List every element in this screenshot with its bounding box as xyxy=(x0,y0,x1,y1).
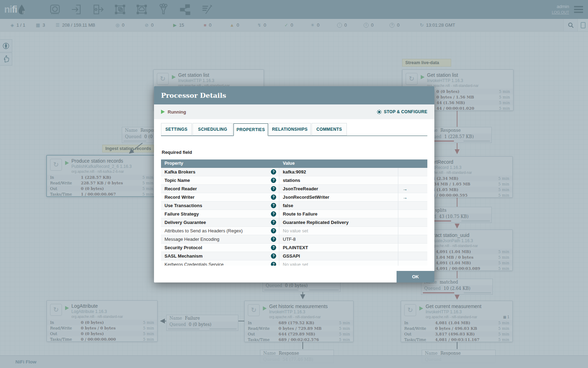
value-column-header: Value xyxy=(279,159,398,168)
stop-and-configure-button[interactable]: STOP & CONFIGURE xyxy=(377,109,427,115)
table-row: Record Reader? JsonTreeReader → xyxy=(161,185,427,193)
properties-table: Property Value Kafka Brokers? kafka:9092… xyxy=(161,159,427,266)
table-row: Attributes to Send as Headers (Regex)? N… xyxy=(161,227,427,235)
properties-table-header: Property Value xyxy=(161,159,427,168)
running-indicator-icon xyxy=(161,110,165,114)
go-to-service-icon[interactable]: → xyxy=(402,195,407,200)
help-icon[interactable]: ? xyxy=(271,237,276,242)
ok-button[interactable]: OK xyxy=(397,271,434,282)
table-row: Security Protocol? PLAINTEXT xyxy=(161,244,427,252)
table-row: Failure Strategy? Route to Failure xyxy=(161,210,427,218)
help-icon[interactable]: ? xyxy=(271,262,276,266)
tab-scheduling[interactable]: SCHEDULING xyxy=(192,123,233,136)
tab-comments[interactable]: COMMENTS xyxy=(312,123,347,136)
dialog-status-row: Running STOP & CONFIGURE xyxy=(154,104,434,119)
table-row: Record Writer? JsonRecordSetWriter → xyxy=(161,193,427,202)
table-row: Kerberos Credentials Service? No value s… xyxy=(161,260,427,266)
help-icon[interactable]: ? xyxy=(271,169,276,175)
nifi-app: nifi admin LOG OUT ◈1 / 1 ▦3 xyxy=(0,0,588,368)
table-row: Delivery Guarantee? Guarantee Replicated… xyxy=(161,218,427,227)
run-status-text: Running xyxy=(168,109,186,115)
help-icon[interactable]: ? xyxy=(271,245,276,250)
required-field-note: Required field xyxy=(162,150,192,155)
table-row: Topic Name? stations xyxy=(161,176,427,185)
tab-relationships[interactable]: RELATIONSHIPS xyxy=(269,123,311,136)
dialog-title: Processor Details xyxy=(161,91,226,99)
processor-details-dialog: Processor Details Running STOP & CONFIGU… xyxy=(154,86,434,282)
table-row: Kafka Brokers? kafka:9092 xyxy=(161,168,427,176)
help-icon[interactable]: ? xyxy=(271,178,276,183)
tab-settings[interactable]: SETTINGS xyxy=(161,123,192,136)
help-icon[interactable]: ? xyxy=(271,211,276,217)
help-icon[interactable]: ? xyxy=(271,195,276,200)
help-icon[interactable]: ? xyxy=(271,253,276,259)
help-icon[interactable]: ? xyxy=(271,228,276,233)
property-column-header: Property xyxy=(161,159,279,168)
go-to-service-icon[interactable]: → xyxy=(402,186,407,192)
tab-properties[interactable]: PROPERTIES xyxy=(233,123,268,136)
table-row: Message Header Encoding? UTF-8 xyxy=(161,235,427,244)
help-icon[interactable]: ? xyxy=(271,220,276,225)
help-icon[interactable]: ? xyxy=(271,186,276,191)
dialog-header: Processor Details xyxy=(154,86,434,104)
help-icon[interactable]: ? xyxy=(271,203,276,208)
gear-icon xyxy=(377,109,382,115)
dialog-tabs: SETTINGS SCHEDULING PROPERTIES RELATIONS… xyxy=(161,123,427,136)
table-row: SASL Mechanism? GSSAPI xyxy=(161,252,427,260)
table-row: Use Transactions? false xyxy=(161,202,427,210)
